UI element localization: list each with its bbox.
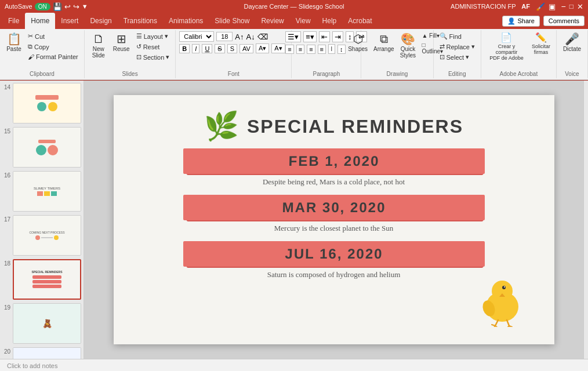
reminder-text-2: Mercury is the closest planet to the Sun: [148, 224, 520, 233]
slides-label: Slides: [122, 70, 137, 77]
find-button[interactable]: 🔍 Find: [437, 31, 477, 41]
main-area: 14 15: [0, 81, 588, 359]
drawing-label: Drawing: [387, 70, 408, 77]
slide-item-18[interactable]: 18 SPECIAL REMINDERS: [2, 259, 81, 300]
section-button[interactable]: ⊡ Section ▾: [134, 52, 172, 62]
reuse-button[interactable]: ⊞ Reuse: [110, 31, 133, 54]
autosave-toggle[interactable]: ON: [35, 3, 50, 10]
shadow-button[interactable]: S: [227, 44, 237, 53]
clear-format-icon[interactable]: ⌫: [257, 32, 268, 41]
bullets-button[interactable]: ☰▾: [285, 31, 301, 42]
decrease-indent-icon[interactable]: ⇤: [319, 31, 330, 42]
columns-button[interactable]: ⁞: [328, 44, 335, 54]
slide-thumb-20[interactable]: 1 2 3 4: [13, 347, 81, 359]
slide-thumb-14[interactable]: [13, 83, 81, 123]
slide-thumb-16[interactable]: SLIMEY TIMERS: [13, 171, 81, 212]
replace-button[interactable]: ⇄ Replace ▾: [437, 42, 477, 52]
comments-button[interactable]: Comments: [543, 16, 585, 26]
paste-button[interactable]: 📋 Paste: [3, 31, 24, 54]
slide-thumb-17[interactable]: COMING NEXT PROCESS: [13, 215, 81, 256]
slide-item-19[interactable]: 19 🧸: [2, 303, 81, 344]
date-banner-wrap-2: MAR 30, 2020: [148, 195, 520, 220]
font-decrease-icon[interactable]: A↓: [246, 32, 255, 41]
minus-btn[interactable]: −: [561, 2, 566, 11]
svg-point-1: [492, 281, 513, 301]
slide-thumb-15[interactable]: [13, 127, 81, 168]
tab-view[interactable]: View: [290, 13, 317, 29]
slides-buttons: 🗋 NewSlide ⊞ Reuse ☰ Layout ▾ ↺ Reset ⊡ …: [88, 31, 172, 70]
slide-item-17[interactable]: 17 COMING NEXT PROCESS: [2, 215, 81, 256]
highlight-button[interactable]: A▾: [271, 43, 285, 53]
tab-home[interactable]: Home: [25, 13, 55, 29]
underline-button[interactable]: U: [202, 44, 212, 53]
new-slide-button[interactable]: 🗋 NewSlide: [88, 31, 109, 60]
line-spacing-button[interactable]: ↕: [337, 45, 346, 54]
quick-styles-button[interactable]: 🎨 QuickStyles: [397, 31, 418, 60]
svg-line-10: [507, 320, 509, 326]
tab-file[interactable]: File: [2, 13, 25, 29]
tab-review[interactable]: Review: [255, 13, 289, 29]
numbering-button[interactable]: ≡▾: [303, 31, 317, 42]
slide-number-20: 20: [2, 348, 10, 355]
font-size-input[interactable]: [216, 32, 233, 41]
align-left-button[interactable]: ≡: [285, 45, 293, 54]
slide-item-20[interactable]: 20 1 2 3 4: [2, 347, 81, 359]
screen-icon[interactable]: ▣: [549, 2, 556, 11]
format-painter-icon: 🖌: [28, 53, 34, 60]
paragraph-label: Paragraph: [313, 70, 340, 77]
font-increase-icon[interactable]: A↑: [235, 32, 244, 41]
slide-title-area: 🌿 SPECIAL REMINDERS: [114, 95, 554, 140]
reminder-block-3: JUL 16, 2020 Saturn is composed of hydro…: [148, 241, 520, 279]
tab-insert[interactable]: Insert: [55, 13, 84, 29]
slide-item-16[interactable]: 16 SLIMEY TIMERS: [2, 171, 81, 212]
date-banner-2: MAR 30, 2020: [185, 195, 482, 220]
italic-button[interactable]: I: [192, 44, 199, 53]
align-center-button[interactable]: ≡: [296, 45, 304, 54]
arrange-button[interactable]: ⧉ Arrange: [371, 31, 396, 54]
request-sign-button[interactable]: ✏️ Solicitarfirmas: [529, 31, 553, 57]
date-banner-wrap-1: FEB 1, 2020: [148, 148, 520, 174]
select-button[interactable]: ⊡ Select ▾: [437, 52, 477, 62]
align-right-button[interactable]: ≡: [307, 45, 315, 54]
tab-transitions[interactable]: Transitions: [118, 13, 163, 29]
slide-options-col: ☰ Layout ▾ ↺ Reset ⊡ Section ▾: [134, 31, 172, 62]
bold-button[interactable]: B: [179, 44, 190, 53]
shapes-button[interactable]: ⬡ Shapes: [346, 31, 370, 54]
tab-acrobat[interactable]: Acrobat: [342, 13, 378, 29]
copy-button[interactable]: ⧉ Copy: [26, 42, 81, 52]
redo-icon[interactable]: ↪: [73, 2, 79, 11]
dictate-button[interactable]: 🎤 Dictate: [560, 31, 584, 54]
autosave-label: AutoSave: [5, 3, 32, 10]
user-badge[interactable]: AF: [520, 0, 532, 13]
slide-thumb-19[interactable]: 🧸: [13, 303, 81, 344]
tab-slideshow[interactable]: Slide Show: [209, 13, 255, 29]
slide-item-15[interactable]: 15: [2, 127, 81, 168]
reset-button[interactable]: ↺ Reset: [134, 42, 172, 52]
customize-icon[interactable]: ▼: [82, 3, 88, 10]
slide-thumb-18[interactable]: SPECIAL REMINDERS: [13, 259, 81, 300]
tab-design[interactable]: Design: [84, 13, 117, 29]
justify-button[interactable]: ≡: [318, 45, 326, 54]
format-painter-button[interactable]: 🖌 Format Painter: [26, 52, 81, 61]
maximize-btn[interactable]: □: [569, 2, 574, 10]
tab-help[interactable]: Help: [317, 13, 343, 29]
char-spacing-button[interactable]: AV: [239, 44, 253, 53]
cut-button[interactable]: ✂ Cut: [26, 31, 81, 41]
tab-animations[interactable]: Animations: [163, 13, 209, 29]
share-button[interactable]: 👤 Share: [502, 16, 539, 27]
slide-canvas[interactable]: 🌿 SPECIAL REMINDERS FEB 1, 2020 Despite …: [114, 95, 554, 344]
slide-item-14[interactable]: 14: [2, 83, 81, 123]
create-pdf-button[interactable]: 📄 Crear y compartirPDF de Adobe: [485, 31, 528, 63]
undo-icon[interactable]: ↩: [64, 2, 71, 11]
font-color-button[interactable]: A▾: [256, 43, 269, 53]
save-icon[interactable]: 💾: [53, 2, 62, 11]
notes-bar[interactable]: Click to add notes: [0, 359, 588, 371]
layout-button[interactable]: ☰ Layout ▾: [134, 31, 172, 41]
date-banner-1: FEB 1, 2020: [185, 148, 482, 174]
close-btn[interactable]: ✕: [577, 2, 583, 11]
font-name-select[interactable]: Calibri: [179, 31, 214, 42]
increase-indent-icon[interactable]: ⇥: [332, 31, 343, 42]
brush-icon[interactable]: 🖌️: [536, 2, 545, 11]
create-pdf-icon: 📄: [500, 33, 512, 42]
strikethrough-button[interactable]: S: [215, 44, 224, 53]
